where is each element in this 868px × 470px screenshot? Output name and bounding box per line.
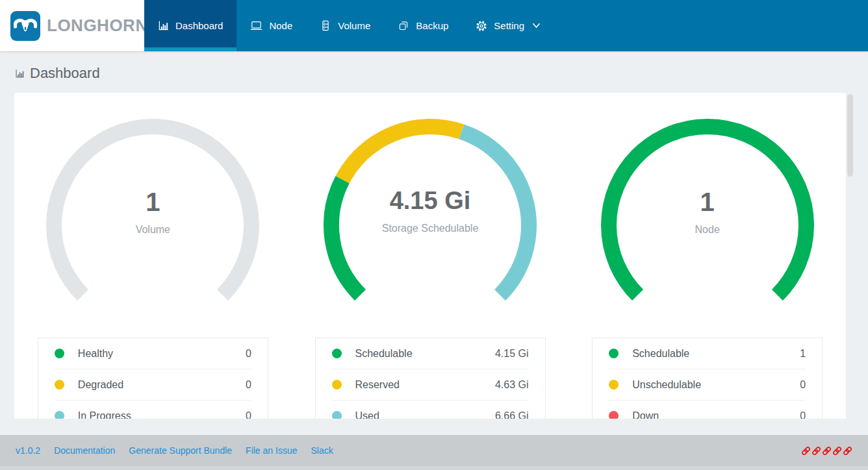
storage-gauge-column: 4.15 Gi Storage Schedulable Schedulable …	[292, 93, 569, 419]
legend-label: Degraded	[78, 379, 123, 391]
legend-label: Reserved	[355, 379, 400, 391]
legend-label: Schedulable	[355, 348, 413, 360]
scrollbar-thumb[interactable]	[847, 94, 853, 177]
legend-label: Down	[632, 410, 659, 419]
legend-row: In Progress 0	[38, 401, 268, 419]
link-documentation[interactable]: Documentation	[54, 445, 115, 456]
top-navbar: LONGHORN Dashboard	[0, 0, 868, 51]
version-text: v1.0.2	[16, 445, 40, 456]
volume-gauge-column: 1 Volume Healthy 0 Degraded 0	[14, 93, 292, 419]
legend-value: 1	[800, 348, 806, 360]
volume-legend-card: Healthy 0 Degraded 0 In Progress 0	[38, 338, 268, 419]
chain-link-icon	[832, 446, 842, 456]
legend-value: 0	[800, 379, 806, 391]
legend-dot	[609, 349, 619, 358]
tab-setting[interactable]: Setting	[462, 0, 554, 51]
brand-text: LONGHORN	[47, 16, 148, 36]
legend-row: Healthy 0	[38, 338, 268, 369]
bar-chart-icon	[158, 20, 169, 31]
legend-value: 4.15 Gi	[495, 348, 529, 360]
storage-legend-card: Schedulable 4.15 Gi Reserved 4.63 Gi Use…	[315, 338, 546, 419]
main-content: Dashboard 1 Volume Healthy 0	[0, 51, 868, 470]
node-gauge-column: 1 Node Schedulable 1 Unschedulable 0	[568, 93, 846, 419]
legend-dot	[55, 349, 64, 358]
gear-icon	[476, 20, 487, 32]
footer-bottom-strip	[0, 466, 868, 470]
link-slack[interactable]: Slack	[311, 445, 333, 456]
copy-icon	[398, 19, 409, 32]
legend-row: Reserved 4.63 Gi	[316, 369, 545, 400]
page-title-text: Dashboard	[30, 65, 100, 82]
tab-node[interactable]: Node	[236, 0, 306, 51]
legend-row: Unschedulable 0	[593, 369, 822, 400]
legend-dot	[609, 380, 619, 390]
legend-dot	[332, 349, 342, 358]
legend-row: Down 0	[593, 401, 822, 419]
chevron-down-icon	[532, 23, 541, 29]
legend-value: 0	[246, 348, 251, 360]
legend-dot	[332, 411, 342, 419]
legend-value: 0	[246, 410, 251, 419]
tab-label: Dashboard	[175, 20, 223, 31]
legend-value: 0	[246, 379, 251, 391]
legend-label: Unschedulable	[632, 379, 701, 391]
legend-dot	[55, 411, 64, 419]
link-generate-support-bundle[interactable]: Generate Support Bundle	[129, 445, 232, 456]
tab-label: Volume	[338, 20, 370, 31]
footer: v1.0.2 Documentation Generate Support Bu…	[0, 435, 868, 470]
chain-link-icon	[811, 446, 821, 456]
tab-label: Node	[269, 20, 292, 31]
gauge-storage: 4.15 Gi Storage Schedulable	[320, 115, 541, 310]
legend-label: In Progress	[78, 410, 131, 419]
legend-value: 4.63 Gi	[495, 379, 529, 391]
chain-link-icon	[801, 446, 811, 456]
chain-link-icon	[843, 446, 852, 456]
gauge-node: 1 Node	[597, 115, 818, 310]
main-nav: Dashboard Node	[144, 0, 554, 51]
chain-link-icon	[822, 446, 832, 456]
legend-label: Used	[355, 410, 379, 419]
legend-dot	[609, 411, 619, 419]
node-legend-card: Schedulable 1 Unschedulable 0 Down 0	[592, 338, 823, 419]
tab-volume[interactable]: Volume	[306, 0, 384, 51]
laptop-icon	[250, 19, 262, 32]
server-icon	[320, 19, 331, 32]
tab-backup[interactable]: Backup	[384, 0, 462, 51]
link-file-an-issue[interactable]: File an Issue	[246, 445, 297, 456]
legend-label: Schedulable	[632, 348, 689, 360]
legend-dot	[55, 380, 64, 390]
legend-row: Schedulable 4.15 Gi	[316, 338, 545, 369]
footer-bar: v1.0.2 Documentation Generate Support Bu…	[0, 435, 868, 466]
legend-value: 0	[800, 410, 806, 419]
tab-label: Backup	[416, 20, 448, 31]
gauge-volume: 1 Volume	[42, 115, 263, 310]
tab-label: Setting	[494, 20, 524, 31]
dashboard-card: 1 Volume Healthy 0 Degraded 0	[14, 93, 846, 419]
legend-row: Used 6.66 Gi	[316, 401, 545, 419]
longhorn-app: LONGHORN Dashboard	[0, 0, 868, 470]
page-title: Dashboard	[0, 51, 868, 82]
legend-dot	[332, 380, 342, 390]
broken-link-icons	[801, 446, 852, 456]
legend-row: Degraded 0	[38, 369, 268, 400]
bull-icon	[10, 11, 40, 41]
legend-label: Healthy	[78, 348, 113, 360]
legend-row: Schedulable 1	[593, 338, 822, 369]
tab-dashboard[interactable]: Dashboard	[144, 0, 236, 51]
dashboard-icon	[15, 69, 25, 79]
legend-value: 6.66 Gi	[495, 410, 529, 419]
longhorn-logo[interactable]: LONGHORN	[0, 0, 144, 51]
